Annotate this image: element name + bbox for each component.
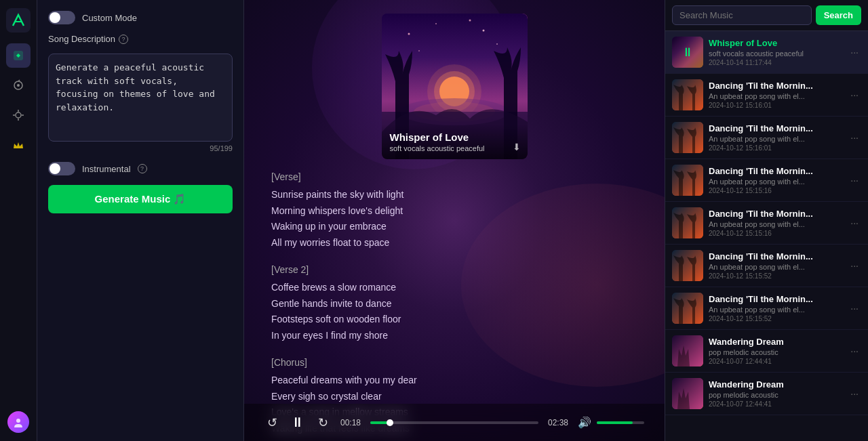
song-description-label: Song Description ?: [48, 34, 233, 44]
song-thumbnail: [672, 250, 703, 281]
icon-sidebar: [0, 0, 37, 441]
now-playing-title: Whisper of Love: [390, 131, 519, 143]
volume-bar[interactable]: [597, 421, 644, 424]
song-name: Wandering Dream: [709, 337, 842, 347]
song-list: ⏸Whisper of Lovesoft vocals acoustic pea…: [665, 31, 868, 441]
app-logo: [6, 8, 31, 33]
song-date: 2024-10-12 15:15:16: [709, 230, 842, 237]
lyrics-line: Sunrise paints the sky with light: [271, 187, 637, 203]
generate-music-button[interactable]: Generate Music 🎵: [48, 185, 233, 213]
song-more-button[interactable]: ···: [848, 129, 861, 146]
song-info: Wandering Dreampop melodic acoustic2024-…: [709, 337, 842, 365]
song-description: An upbeat pop song with el...: [709, 306, 842, 314]
svg-point-3: [17, 84, 20, 87]
right-panel: Search ⏸Whisper of Lovesoft vocals acous…: [665, 0, 868, 441]
song-thumbnail: [672, 378, 703, 409]
song-more-button[interactable]: ···: [848, 87, 861, 103]
song-description: An upbeat pop song with el...: [709, 135, 842, 143]
song-display: Whisper of Love soft vocals acoustic pea…: [382, 14, 528, 159]
svg-point-4: [16, 112, 21, 118]
player-controls: ↺ ⏸ ↻: [264, 412, 331, 433]
song-list-item[interactable]: Dancing 'Til the Mornin...An upbeat pop …: [665, 202, 868, 245]
song-description: An upbeat pop song with el...: [709, 177, 842, 186]
lyrics-line: In your eyes I find my shore: [271, 328, 637, 344]
song-description: soft vocals acoustic peaceful: [709, 49, 842, 58]
instrumental-row: Instrumental ?: [48, 162, 233, 175]
song-more-button[interactable]: ···: [848, 343, 861, 359]
song-date: 2024-10-07 12:44:41: [709, 400, 842, 408]
nav-icon-compose[interactable]: [6, 43, 31, 68]
user-avatar[interactable]: [7, 411, 29, 433]
play-pause-button[interactable]: ⏸: [288, 412, 307, 433]
song-info: Wandering Dreampop melodic acoustic2024-…: [709, 379, 842, 408]
song-name: Dancing 'Til the Mornin...: [709, 294, 842, 304]
svg-point-16: [496, 43, 498, 45]
song-info: Dancing 'Til the Mornin...An upbeat pop …: [709, 123, 842, 152]
song-list-item[interactable]: Dancing 'Til the Mornin...An upbeat pop …: [665, 117, 868, 159]
song-list-item[interactable]: Wandering Dreampop melodic acoustic2024-…: [665, 373, 868, 415]
svg-rect-24: [672, 293, 703, 324]
char-count: 95/199: [48, 144, 233, 152]
instrumental-toggle[interactable]: [48, 162, 75, 175]
nav-icon-library[interactable]: [6, 73, 31, 98]
song-info: Dancing 'Til the Mornin...An upbeat pop …: [709, 166, 842, 194]
search-button[interactable]: Search: [816, 5, 861, 25]
song-more-button[interactable]: ···: [848, 44, 861, 60]
instrumental-help[interactable]: ?: [138, 164, 147, 173]
song-name: Dancing 'Til the Mornin...: [709, 166, 842, 176]
svg-point-15: [482, 30, 484, 32]
playing-indicator: ⏸: [672, 37, 703, 68]
song-thumbnail: [672, 165, 703, 196]
svg-rect-22: [672, 207, 703, 238]
song-more-button[interactable]: ···: [848, 385, 861, 402]
svg-point-18: [469, 20, 471, 22]
song-description: An upbeat pop song with el...: [709, 92, 842, 100]
volume-section: 🔊: [578, 416, 644, 429]
progress-bar[interactable]: [370, 421, 538, 424]
song-more-button[interactable]: ···: [848, 300, 861, 316]
custom-mode-toggle[interactable]: [48, 11, 75, 24]
total-time: 02:38: [548, 418, 568, 427]
lyrics-line: Peaceful dreams with you my dear: [271, 373, 637, 389]
song-name: Whisper of Love: [709, 38, 842, 48]
song-list-item[interactable]: Dancing 'Til the Mornin...An upbeat pop …: [665, 287, 868, 330]
song-list-item[interactable]: Dancing 'Til the Mornin...An upbeat pop …: [665, 74, 868, 117]
song-thumbnail: ⏸: [672, 37, 703, 68]
song-description-help[interactable]: ?: [119, 35, 128, 44]
lyrics-section: [Verse]Sunrise paints the sky with light…: [271, 169, 637, 251]
svg-point-17: [418, 50, 420, 51]
lyrics-container: [Verse]Sunrise paints the sky with light…: [244, 159, 665, 441]
search-input[interactable]: [672, 5, 812, 25]
lyrics-line: Morning whispers love's delight: [271, 203, 637, 219]
nav-icon-premium[interactable]: [6, 133, 31, 157]
rewind-button[interactable]: ↺: [264, 413, 280, 433]
lyrics-line: Waking up in your embrace: [271, 219, 637, 235]
instrumental-label: Instrumental: [82, 164, 131, 174]
lyrics-line: Every sigh so crystal clear: [271, 389, 637, 405]
forward-button[interactable]: ↻: [315, 413, 331, 433]
now-playing-tags: soft vocals acoustic peaceful: [390, 144, 519, 152]
song-more-button[interactable]: ···: [848, 257, 861, 274]
song-date: 2024-10-12 15:16:01: [709, 144, 842, 152]
song-list-item[interactable]: Dancing 'Til the Mornin...An upbeat pop …: [665, 159, 868, 202]
song-date: 2024-10-12 15:15:52: [709, 272, 842, 280]
song-list-item[interactable]: Dancing 'Til the Mornin...An upbeat pop …: [665, 245, 868, 287]
song-list-item[interactable]: Wandering Dreampop melodic acoustic2024-…: [665, 330, 868, 373]
download-icon[interactable]: ⬇: [513, 142, 521, 152]
search-bar: Search: [665, 0, 868, 31]
song-name: Dancing 'Til the Mornin...: [709, 81, 842, 91]
song-description-input[interactable]: Generate a peaceful acoustic track with …: [48, 54, 233, 142]
svg-point-13: [408, 33, 410, 35]
lyrics-line: All my worries float to space: [271, 235, 637, 251]
song-more-button[interactable]: ···: [848, 215, 861, 231]
song-info: Dancing 'Til the Mornin...An upbeat pop …: [709, 251, 842, 280]
song-date: 2024-10-14 11:17:44: [709, 59, 842, 66]
song-name: Dancing 'Til the Mornin...: [709, 123, 842, 133]
svg-rect-21: [672, 165, 703, 196]
song-more-button[interactable]: ···: [848, 172, 861, 188]
album-art: Whisper of Love soft vocals acoustic pea…: [382, 14, 528, 159]
song-list-item[interactable]: ⏸Whisper of Lovesoft vocals acoustic pea…: [665, 31, 868, 74]
song-info: Dancing 'Til the Mornin...An upbeat pop …: [709, 294, 842, 322]
volume-icon[interactable]: 🔊: [578, 416, 591, 429]
nav-icon-settings[interactable]: [6, 103, 31, 127]
